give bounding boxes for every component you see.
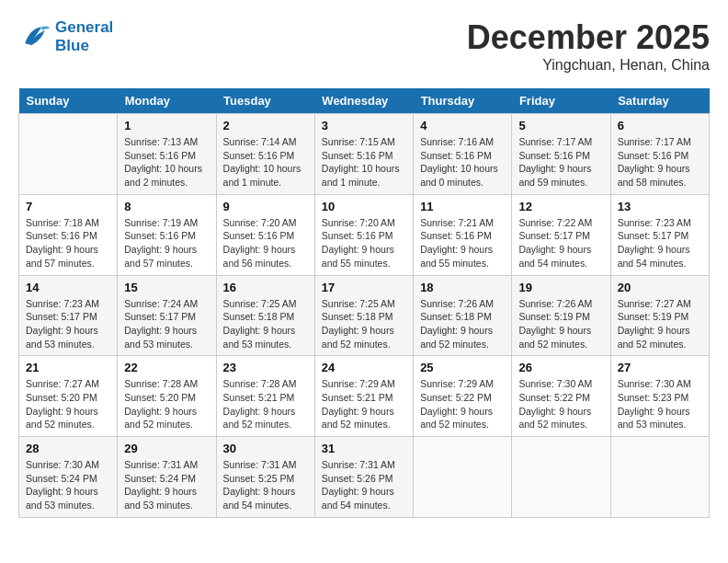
day-info: Sunrise: 7:30 AM Sunset: 5:24 PM Dayligh… [26, 458, 110, 512]
day-info: Sunrise: 7:26 AM Sunset: 5:19 PM Dayligh… [518, 297, 603, 351]
day-info: Sunrise: 7:22 AM Sunset: 5:17 PM Dayligh… [518, 216, 603, 270]
header: General Blue December 2025 Yingchuan, He… [18, 18, 710, 74]
logo-bird-icon [18, 20, 51, 53]
day-info: Sunrise: 7:23 AM Sunset: 5:17 PM Dayligh… [618, 216, 702, 270]
calendar-week-row: 28Sunrise: 7:30 AM Sunset: 5:24 PM Dayli… [19, 437, 710, 518]
day-number: 1 [124, 119, 209, 132]
calendar-cell: 25Sunrise: 7:29 AM Sunset: 5:22 PM Dayli… [414, 356, 512, 437]
day-number: 4 [420, 119, 505, 132]
calendar-cell: 26Sunrise: 7:30 AM Sunset: 5:22 PM Dayli… [512, 356, 610, 437]
calendar-cell: 28Sunrise: 7:30 AM Sunset: 5:24 PM Dayli… [19, 437, 118, 518]
calendar-cell: 11Sunrise: 7:21 AM Sunset: 5:16 PM Dayli… [414, 194, 512, 275]
month-title: December 2025 [467, 18, 710, 57]
calendar-week-row: 1Sunrise: 7:13 AM Sunset: 5:16 PM Daylig… [19, 114, 710, 195]
calendar-cell [414, 437, 512, 518]
day-info: Sunrise: 7:13 AM Sunset: 5:16 PM Dayligh… [124, 135, 209, 190]
day-info: Sunrise: 7:20 AM Sunset: 5:16 PM Dayligh… [223, 216, 308, 270]
day-info: Sunrise: 7:30 AM Sunset: 5:23 PM Dayligh… [618, 377, 702, 431]
calendar-cell: 13Sunrise: 7:23 AM Sunset: 5:17 PM Dayli… [610, 194, 709, 275]
day-info: Sunrise: 7:15 AM Sunset: 5:16 PM Dayligh… [322, 135, 406, 190]
calendar-cell: 2Sunrise: 7:14 AM Sunset: 5:16 PM Daylig… [216, 114, 314, 195]
calendar-cell: 19Sunrise: 7:26 AM Sunset: 5:19 PM Dayli… [512, 275, 610, 356]
day-number: 30 [223, 442, 308, 455]
day-info: Sunrise: 7:25 AM Sunset: 5:18 PM Dayligh… [322, 297, 406, 351]
day-number: 24 [322, 361, 406, 374]
day-info: Sunrise: 7:31 AM Sunset: 5:24 PM Dayligh… [124, 458, 209, 512]
day-number: 7 [26, 200, 110, 213]
day-info: Sunrise: 7:14 AM Sunset: 5:16 PM Dayligh… [223, 135, 308, 190]
logo: General Blue [18, 18, 113, 55]
day-info: Sunrise: 7:27 AM Sunset: 5:19 PM Dayligh… [618, 297, 702, 351]
calendar-header-row: SundayMondayTuesdayWednesdayThursdayFrid… [19, 88, 710, 114]
day-number: 28 [26, 442, 110, 455]
calendar-cell: 18Sunrise: 7:26 AM Sunset: 5:18 PM Dayli… [414, 275, 512, 356]
day-info: Sunrise: 7:31 AM Sunset: 5:25 PM Dayligh… [223, 458, 308, 512]
calendar-cell: 21Sunrise: 7:27 AM Sunset: 5:20 PM Dayli… [19, 356, 118, 437]
day-info: Sunrise: 7:28 AM Sunset: 5:20 PM Dayligh… [124, 377, 209, 431]
day-info: Sunrise: 7:29 AM Sunset: 5:21 PM Dayligh… [322, 377, 406, 431]
day-info: Sunrise: 7:17 AM Sunset: 5:16 PM Dayligh… [618, 135, 702, 190]
day-number: 3 [322, 119, 406, 132]
calendar-week-row: 7Sunrise: 7:18 AM Sunset: 5:16 PM Daylig… [19, 194, 710, 275]
day-info: Sunrise: 7:24 AM Sunset: 5:17 PM Dayligh… [124, 297, 209, 351]
day-info: Sunrise: 7:16 AM Sunset: 5:16 PM Dayligh… [420, 135, 505, 190]
day-number: 11 [420, 200, 505, 213]
calendar-cell: 1Sunrise: 7:13 AM Sunset: 5:16 PM Daylig… [118, 114, 216, 195]
day-number: 16 [223, 281, 308, 294]
calendar-cell: 23Sunrise: 7:28 AM Sunset: 5:21 PM Dayli… [216, 356, 314, 437]
calendar-cell: 7Sunrise: 7:18 AM Sunset: 5:16 PM Daylig… [19, 194, 118, 275]
calendar-body: 1Sunrise: 7:13 AM Sunset: 5:16 PM Daylig… [19, 114, 710, 518]
day-info: Sunrise: 7:25 AM Sunset: 5:18 PM Dayligh… [223, 297, 308, 351]
calendar-cell [19, 114, 118, 195]
day-number: 27 [618, 361, 702, 374]
day-number: 15 [124, 281, 209, 294]
calendar-week-row: 14Sunrise: 7:23 AM Sunset: 5:17 PM Dayli… [19, 275, 710, 356]
calendar-cell: 17Sunrise: 7:25 AM Sunset: 5:18 PM Dayli… [314, 275, 413, 356]
calendar-cell: 15Sunrise: 7:24 AM Sunset: 5:17 PM Dayli… [118, 275, 216, 356]
calendar-cell: 4Sunrise: 7:16 AM Sunset: 5:16 PM Daylig… [414, 114, 512, 195]
location-title: Yingchuan, Henan, China [467, 57, 710, 74]
day-number: 5 [518, 119, 603, 132]
calendar-cell: 16Sunrise: 7:25 AM Sunset: 5:18 PM Dayli… [216, 275, 314, 356]
day-number: 25 [420, 361, 505, 374]
calendar-week-row: 21Sunrise: 7:27 AM Sunset: 5:20 PM Dayli… [19, 356, 710, 437]
day-number: 10 [322, 200, 406, 213]
day-info: Sunrise: 7:20 AM Sunset: 5:16 PM Dayligh… [322, 216, 406, 270]
day-number: 26 [518, 361, 603, 374]
day-number: 8 [124, 200, 209, 213]
day-number: 6 [618, 119, 702, 132]
calendar-cell: 20Sunrise: 7:27 AM Sunset: 5:19 PM Dayli… [610, 275, 709, 356]
header-cell-thursday: Thursday [414, 88, 512, 114]
title-area: December 2025 Yingchuan, Henan, China [467, 18, 710, 74]
day-number: 20 [618, 281, 702, 294]
calendar-cell: 24Sunrise: 7:29 AM Sunset: 5:21 PM Dayli… [314, 356, 413, 437]
header-cell-saturday: Saturday [610, 88, 709, 114]
calendar-cell: 10Sunrise: 7:20 AM Sunset: 5:16 PM Dayli… [314, 194, 413, 275]
day-info: Sunrise: 7:19 AM Sunset: 5:16 PM Dayligh… [124, 216, 209, 270]
calendar-cell [512, 437, 610, 518]
day-info: Sunrise: 7:30 AM Sunset: 5:22 PM Dayligh… [518, 377, 603, 431]
calendar-cell: 14Sunrise: 7:23 AM Sunset: 5:17 PM Dayli… [19, 275, 118, 356]
day-info: Sunrise: 7:26 AM Sunset: 5:18 PM Dayligh… [420, 297, 505, 351]
calendar-table: SundayMondayTuesdayWednesdayThursdayFrid… [18, 88, 710, 518]
day-number: 14 [26, 281, 110, 294]
day-number: 9 [223, 200, 308, 213]
header-cell-wednesday: Wednesday [314, 88, 413, 114]
day-info: Sunrise: 7:31 AM Sunset: 5:26 PM Dayligh… [322, 458, 406, 512]
calendar-cell: 27Sunrise: 7:30 AM Sunset: 5:23 PM Dayli… [610, 356, 709, 437]
calendar-cell: 31Sunrise: 7:31 AM Sunset: 5:26 PM Dayli… [314, 437, 413, 518]
calendar-cell: 30Sunrise: 7:31 AM Sunset: 5:25 PM Dayli… [216, 437, 314, 518]
calendar-cell: 6Sunrise: 7:17 AM Sunset: 5:16 PM Daylig… [610, 114, 709, 195]
logo-text: General Blue [55, 18, 113, 55]
day-number: 21 [26, 361, 110, 374]
day-number: 12 [518, 200, 603, 213]
calendar-cell: 3Sunrise: 7:15 AM Sunset: 5:16 PM Daylig… [314, 114, 413, 195]
day-number: 31 [322, 442, 406, 455]
day-number: 13 [618, 200, 702, 213]
day-number: 22 [124, 361, 209, 374]
header-cell-tuesday: Tuesday [216, 88, 314, 114]
day-number: 17 [322, 281, 406, 294]
calendar-cell: 8Sunrise: 7:19 AM Sunset: 5:16 PM Daylig… [118, 194, 216, 275]
day-info: Sunrise: 7:27 AM Sunset: 5:20 PM Dayligh… [26, 377, 110, 431]
calendar-cell [610, 437, 709, 518]
